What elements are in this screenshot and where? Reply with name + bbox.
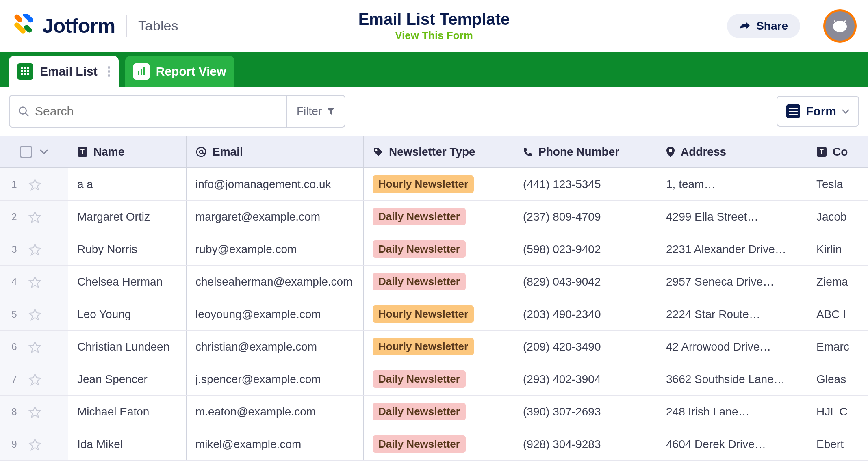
cell-phone[interactable]: (441) 123-5345	[514, 168, 657, 200]
cell-address[interactable]: 248 Irish Lane…	[657, 396, 807, 428]
cell-name[interactable]: Ruby Norris	[68, 233, 187, 265]
column-header-name[interactable]: T Name	[68, 136, 187, 167]
star-icon[interactable]	[28, 210, 41, 223]
cell-address[interactable]: 42 Arrowood Drive…	[657, 331, 807, 363]
star-icon[interactable]	[28, 308, 41, 321]
cell-name[interactable]: Ida Mikel	[68, 428, 187, 460]
cell-newsletter[interactable]: Hourly Newsletter	[364, 331, 514, 363]
cell-address[interactable]: 1, team…	[657, 168, 807, 200]
tab-email-list[interactable]: Email List	[9, 56, 119, 87]
column-header-email[interactable]: Email	[187, 136, 364, 167]
user-avatar[interactable]	[823, 9, 857, 43]
cell-email[interactable]: mikel@example.com	[187, 428, 364, 460]
row-index-cell: 5	[0, 298, 68, 330]
table-row[interactable]: 2 Margaret Ortiz margaret@example.com Da…	[0, 201, 868, 233]
select-all-header	[0, 136, 68, 167]
cell-newsletter[interactable]: Daily Newsletter	[364, 363, 514, 395]
cell-address[interactable]: 2224 Star Route…	[657, 298, 807, 330]
cell-phone[interactable]: (203) 490-2340	[514, 298, 657, 330]
table-row[interactable]: 1 a a info@jomanagement.co.uk Hourly New…	[0, 168, 868, 201]
newsletter-tag: Daily Newsletter	[373, 273, 466, 290]
star-icon[interactable]	[28, 243, 41, 256]
cell-newsletter[interactable]: Daily Newsletter	[364, 266, 514, 298]
cell-phone[interactable]: (209) 420-3490	[514, 331, 657, 363]
text-icon: T	[816, 147, 827, 157]
svg-point-15	[108, 74, 110, 77]
cell-email[interactable]: margaret@example.com	[187, 201, 364, 233]
cell-email[interactable]: info@jomanagement.co.uk	[187, 168, 364, 200]
cell-name[interactable]: Chelsea Herman	[68, 266, 187, 298]
cell-email[interactable]: m.eaton@example.com	[187, 396, 364, 428]
cell-phone[interactable]: (293) 402-3904	[514, 363, 657, 395]
cell-company[interactable]: Ziema	[807, 266, 868, 298]
cell-company[interactable]: Jacob	[807, 201, 868, 233]
form-button[interactable]: Form	[777, 96, 859, 127]
cell-company[interactable]: Emarc	[807, 331, 868, 363]
cell-address[interactable]: 3662 Southside Lane…	[657, 363, 807, 395]
star-icon[interactable]	[28, 275, 41, 288]
cell-name[interactable]: Jean Spencer	[68, 363, 187, 395]
row-index-cell: 2	[0, 201, 68, 233]
cell-email[interactable]: chelseaherman@example.com	[187, 266, 364, 298]
select-all-checkbox[interactable]	[20, 146, 32, 158]
cell-email[interactable]: j.spencer@example.com	[187, 363, 364, 395]
cell-address[interactable]: 4299 Ella Street…	[657, 201, 807, 233]
svg-point-14	[108, 70, 110, 73]
cell-newsletter[interactable]: Daily Newsletter	[364, 428, 514, 460]
cell-name[interactable]: Michael Eaton	[68, 396, 187, 428]
cell-email[interactable]: ruby@example.com	[187, 233, 364, 265]
table-row[interactable]: 7 Jean Spencer j.spencer@example.com Dai…	[0, 363, 868, 396]
cell-phone[interactable]: (928) 304-9283	[514, 428, 657, 460]
cell-newsletter[interactable]: Daily Newsletter	[364, 201, 514, 233]
cell-address[interactable]: 2231 Alexander Drive…	[657, 233, 807, 265]
star-icon[interactable]	[28, 340, 41, 353]
cell-newsletter[interactable]: Daily Newsletter	[364, 233, 514, 265]
star-icon[interactable]	[28, 405, 41, 418]
star-icon[interactable]	[28, 178, 41, 191]
table-row[interactable]: 5 Leo Young leoyoung@example.com Hourly …	[0, 298, 868, 331]
svg-rect-11	[24, 73, 26, 75]
column-header-phone[interactable]: Phone Number	[514, 136, 657, 167]
share-button[interactable]: Share	[727, 14, 800, 38]
table-row[interactable]: 3 Ruby Norris ruby@example.com Daily New…	[0, 233, 868, 266]
table-row[interactable]: 4 Chelsea Herman chelseaherman@example.c…	[0, 266, 868, 298]
cell-newsletter[interactable]: Daily Newsletter	[364, 396, 514, 428]
cell-newsletter[interactable]: Hourly Newsletter	[364, 298, 514, 330]
star-icon[interactable]	[28, 438, 41, 451]
cell-company[interactable]: Ebert	[807, 428, 868, 460]
cell-company[interactable]: HJL C	[807, 396, 868, 428]
cell-company[interactable]: Gleas	[807, 363, 868, 395]
view-form-link[interactable]: View This Form	[358, 29, 510, 42]
star-icon[interactable]	[28, 373, 41, 386]
cell-company[interactable]: Kirlin	[807, 233, 868, 265]
cell-company[interactable]: Tesla	[807, 168, 868, 200]
cell-phone[interactable]: (829) 043-9042	[514, 266, 657, 298]
table-row[interactable]: 6 Christian Lundeen christian@example.co…	[0, 331, 868, 363]
tab-more-icon[interactable]	[107, 66, 111, 77]
cell-phone[interactable]: (598) 023-9402	[514, 233, 657, 265]
cell-phone[interactable]: (390) 307-2693	[514, 396, 657, 428]
search-box[interactable]	[10, 96, 286, 127]
filter-button[interactable]: Filter	[286, 96, 345, 127]
cell-company[interactable]: ABC I	[807, 298, 868, 330]
cell-address[interactable]: 4604 Derek Drive…	[657, 428, 807, 460]
table-row[interactable]: 9 Ida Mikel mikel@example.com Daily News…	[0, 428, 868, 461]
chevron-down-icon[interactable]	[39, 149, 48, 155]
table-row[interactable]: 8 Michael Eaton m.eaton@example.com Dail…	[0, 396, 868, 428]
cell-email[interactable]: leoyoung@example.com	[187, 298, 364, 330]
cell-email[interactable]: christian@example.com	[187, 331, 364, 363]
cell-name[interactable]: a a	[68, 168, 187, 200]
column-header-company[interactable]: T Co	[807, 136, 868, 167]
tab-report-view[interactable]: Report View	[125, 56, 234, 87]
search-input[interactable]	[35, 104, 278, 118]
column-header-address[interactable]: Address	[657, 136, 807, 167]
cell-newsletter[interactable]: Hourly Newsletter	[364, 168, 514, 200]
svg-text:T: T	[80, 149, 85, 156]
column-header-newsletter[interactable]: Newsletter Type	[364, 136, 514, 167]
cell-name[interactable]: Christian Lundeen	[68, 331, 187, 363]
cell-address[interactable]: 2957 Seneca Drive…	[657, 266, 807, 298]
cell-name[interactable]: Leo Young	[68, 298, 187, 330]
svg-text:T: T	[820, 149, 824, 156]
cell-name[interactable]: Margaret Ortiz	[68, 201, 187, 233]
cell-phone[interactable]: (237) 809-4709	[514, 201, 657, 233]
